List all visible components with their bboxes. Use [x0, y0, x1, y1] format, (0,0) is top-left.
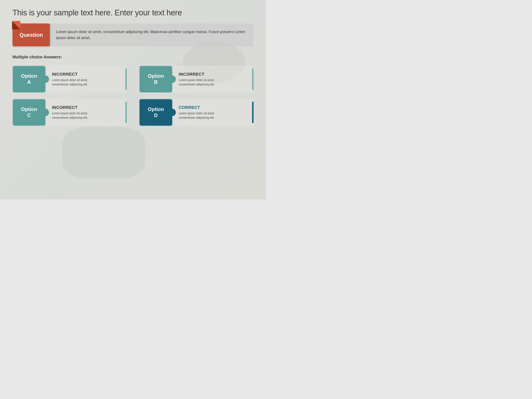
question-bar: Question Lorem ipsum dolor sit amet, con…	[13, 24, 253, 46]
option-label-a: OptionA	[13, 66, 46, 93]
mc-label: Multiple choice Answers:	[13, 55, 253, 59]
option-content-b: INCORRECT Lorem ipsum dolor sit amet,con…	[172, 66, 253, 93]
option-label-c: OptionC	[13, 99, 46, 126]
option-label-text-c: OptionC	[21, 106, 37, 119]
main-content: This is your sample text here. Enter you…	[0, 0, 266, 134]
option-label-text-d: OptionD	[148, 106, 164, 119]
option-desc-b: Lorem ipsum dolor sit amet,consectetuer …	[179, 78, 249, 87]
option-label-d: OptionD	[139, 99, 172, 126]
option-card-b[interactable]: OptionB INCORRECT Lorem ipsum dolor sit …	[139, 66, 253, 93]
option-status-a: INCORRECT	[52, 72, 123, 77]
option-label-b: OptionB	[139, 66, 172, 93]
option-content-d: CORRECT Lorem ipsum dolor sit amet,conse…	[172, 99, 253, 126]
option-label-text-b: OptionB	[148, 73, 164, 85]
option-content-c: INCORRECT Lorem ipsum dolor sit amet,con…	[46, 99, 127, 126]
question-badge: Question	[13, 24, 50, 46]
option-content-a: INCORRECT Lorem ipsum dolor sit amet,con…	[46, 66, 127, 93]
options-grid: OptionA INCORRECT Lorem ipsum dolor sit …	[13, 66, 253, 126]
option-card-d[interactable]: OptionD CORRECT Lorem ipsum dolor sit am…	[139, 99, 253, 126]
page-title: This is your sample text here. Enter you…	[13, 8, 253, 17]
option-desc-a: Lorem ipsum dolor sit amet,consectetuer …	[52, 78, 123, 87]
option-label-text-a: OptionA	[21, 73, 37, 85]
option-status-d: CORRECT	[179, 105, 249, 110]
option-status-b: INCORRECT	[179, 72, 249, 77]
option-desc-d: Lorem ipsum dolor sit amet,consectetuer …	[179, 111, 249, 120]
option-card-c[interactable]: OptionC INCORRECT Lorem ipsum dolor sit …	[13, 99, 127, 126]
option-status-c: INCORRECT	[52, 105, 123, 110]
option-card-a[interactable]: OptionA INCORRECT Lorem ipsum dolor sit …	[13, 66, 127, 93]
question-text: Lorem ipsum dolor sit amet, consectetuer…	[50, 25, 253, 45]
option-desc-c: Lorem ipsum dolor sit amet,consectetuer …	[52, 111, 123, 120]
